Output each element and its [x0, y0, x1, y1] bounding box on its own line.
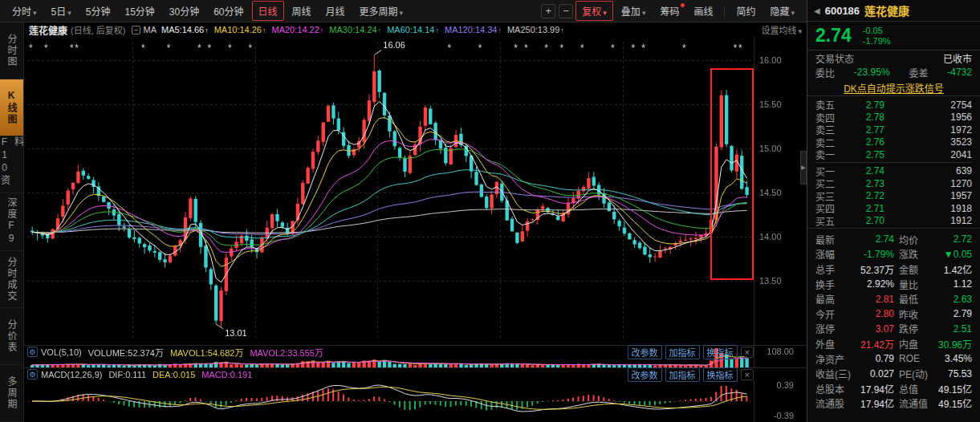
stat-label: 最高 [815, 292, 857, 306]
stat-label: 最低 [899, 292, 937, 306]
period-tab-60min[interactable]: 60分钟 [207, 1, 250, 21]
period-tab-5min[interactable]: 5分钟 [79, 1, 117, 21]
ma-settings-button[interactable]: 设置均线 [761, 23, 802, 36]
hide-button[interactable]: 隐藏 [763, 1, 801, 21]
stat-value: 1.42亿 [937, 262, 972, 276]
stat-row-float-shares-cap: 流通股 17.94亿 流通值 49.15亿 [815, 396, 972, 412]
period-tab-daily-active[interactable]: 日线 [252, 1, 284, 21]
stat-label: 换手 [815, 278, 857, 291]
bid3-volume: 1957 [884, 190, 972, 201]
stat-label: 昨收 [899, 307, 937, 321]
sidebar-item-tick-trades[interactable]: 分时成交 [0, 251, 23, 308]
macd-switch-indicator-button[interactable]: 换指标 [703, 367, 738, 382]
stat-label: 流通股 [815, 396, 857, 410]
stat-row-eps-pe: 收益(三) 0.027 PE(动) 75.53 [815, 366, 972, 381]
stat-row-limits: 涨停 3.07 跌停 2.51 [815, 322, 972, 337]
trade-status-value: 已收市 [943, 51, 972, 65]
toolbar-divider [724, 6, 725, 17]
chart-header: 莲花健康 (日线, 后复权) MA MA5:14.66 MA10:14.26 M… [24, 22, 807, 37]
panel-collapse-handle[interactable]: ▶ [800, 151, 807, 185]
volume-change-params-button[interactable]: 改参数 [628, 345, 662, 359]
adjust-price-button[interactable]: 复权 [575, 1, 613, 21]
ask-row-1: 卖一 2.75 2041 [815, 148, 972, 160]
trade-status-row: 交易状态 已收市 [807, 51, 980, 65]
volume-switch-indicator-button[interactable]: 换指标 [703, 345, 738, 359]
ma250-value: MA250:13.99 [507, 25, 564, 34]
quote-panel-header: ◀ 600186 莲花健康 [807, 0, 980, 22]
ma20-value: MA20:14.22 [272, 25, 324, 34]
sidebar-item-f10-info[interactable]: F10资料 [0, 136, 23, 193]
period-tab-5day[interactable]: 5日 [45, 1, 78, 21]
macd-change-params-button[interactable]: 改参数 [628, 367, 662, 382]
period-tab-30min[interactable]: 30分钟 [163, 1, 205, 21]
kline-canvas[interactable] [24, 37, 807, 345]
volume-scale-label: 108.00 [767, 347, 794, 356]
chip-distribution-button[interactable]: 筹码 [653, 1, 685, 21]
chart-title: 莲花健康 [29, 23, 67, 37]
sidebar-item-price-table[interactable]: 分价表 [0, 308, 23, 365]
ma10-value: MA10:14.26 [214, 25, 266, 34]
stats-grid: 最新 2.74 均价 2.72 涨幅 -1.79% 涨跌 ▼0.05 总手 52… [807, 228, 980, 411]
macd-settings-gear-icon[interactable]: ⚙ [27, 369, 38, 379]
bid4-volume: 1918 [884, 203, 972, 214]
period-tab-monthly[interactable]: 月线 [319, 1, 352, 21]
volume-panel-header: ⚙ VOL(5,10) VOLUME:52.374万 MAVOL1:54.682… [24, 346, 754, 358]
ma5-value: MA5:14.66 [161, 25, 209, 34]
stat-value: 17.94亿 [857, 382, 899, 396]
sidebar-item-intraday-chart[interactable]: 分时图 [0, 22, 23, 79]
ask5-label: 卖五 [815, 98, 843, 112]
period-tab-weekly[interactable]: 周线 [286, 1, 318, 21]
period-tab-intraday[interactable]: 分时 [6, 1, 43, 21]
volume-close-icon[interactable]: × [741, 347, 754, 358]
macd-add-indicator-button[interactable]: 加指标 [665, 367, 700, 382]
ask4-label: 卖四 [815, 111, 843, 124]
dea-value: DEA:0.015 [152, 370, 195, 379]
stat-value: 17.94亿 [857, 396, 899, 410]
volume-add-indicator-button[interactable]: 加指标 [665, 345, 700, 359]
stat-label: 净资产 [815, 352, 857, 366]
dk-signal-link[interactable]: DK点自动提示涨跌信号 [844, 81, 944, 95]
overlay-button[interactable]: 叠加 [615, 1, 653, 21]
bid4-price: 2.71 [843, 203, 884, 214]
bid-row-3: 买三 2.72 1957 [815, 189, 972, 202]
volume-settings-gear-icon[interactable]: ⚙ [27, 347, 38, 357]
stat-value: 2.92% [857, 278, 899, 290]
bid-row-1: 买一 2.74 639 [815, 164, 972, 177]
macd-close-icon[interactable]: × [741, 369, 754, 380]
stat-value: 2.72 [937, 233, 972, 245]
dif-value: DIF:0.111 [108, 370, 146, 379]
kline-chart-area: 莲花健康 (日线, 后复权) MA MA5:14.66 MA10:14.26 M… [24, 22, 807, 422]
indicator-panel-icon[interactable] [132, 26, 140, 34]
zoom-in-button[interactable]: + [541, 4, 555, 18]
price-change-percent: -1.79% [863, 36, 891, 47]
period-tab-15min[interactable]: 15分钟 [118, 1, 161, 21]
sidebar-item-depth-f9[interactable]: 深度F9 [0, 193, 23, 250]
more-periods-button[interactable]: 更多周期 [353, 1, 410, 21]
back-arrow-icon[interactable]: ◀ [814, 6, 820, 15]
weibi-label: 委比 [815, 66, 835, 79]
stat-row-networth-roe: 净资产 0.79 ROE 3.45% [815, 351, 972, 367]
trade-status-label: 交易状态 [815, 51, 854, 65]
stat-label: 涨幅 [815, 247, 857, 261]
draw-line-button[interactable]: 画线 [687, 1, 719, 21]
ask3-label: 卖三 [815, 123, 843, 136]
ask2-price: 2.76 [843, 136, 884, 148]
bid5-volume: 1912 [884, 215, 972, 226]
order-book-divider [815, 162, 972, 163]
stat-label: 总手 [815, 262, 857, 276]
left-sidebar: 分时图 K线图 F10资料 深度F9 分时成交 分价表 多周期 [0, 22, 24, 422]
ask1-label: 卖一 [815, 148, 843, 161]
stat-row-high-low: 最高 2.81 最低 2.63 [815, 291, 972, 306]
bid4-label: 买四 [815, 201, 843, 215]
price-chart-section [24, 37, 807, 345]
macd-scale-bottom-label: -0.39 [774, 411, 794, 420]
bid1-label: 买一 [815, 164, 843, 178]
ask5-price: 2.79 [843, 99, 884, 111]
simple-mode-button[interactable]: 简约 [730, 1, 762, 21]
sidebar-item-multi-period[interactable]: 多周期 [0, 365, 23, 422]
macd-canvas[interactable] [24, 380, 807, 422]
zoom-out-button[interactable]: − [559, 4, 573, 18]
sidebar-item-kline-chart[interactable]: K线图 [0, 79, 23, 136]
ask4-price: 2.78 [843, 112, 884, 123]
stock-code: 600186 [825, 5, 860, 17]
